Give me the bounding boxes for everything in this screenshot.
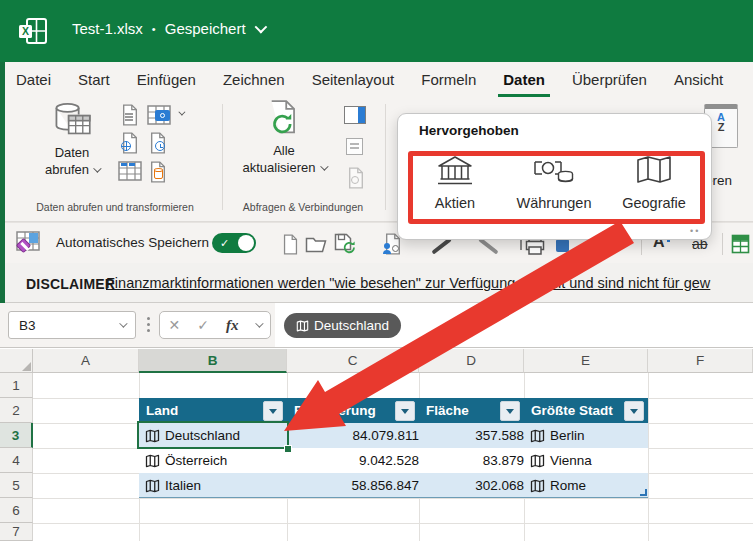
from-text-csv-button[interactable] <box>120 104 139 126</box>
formula-controls: ✕ ✓ fx <box>159 311 271 339</box>
title-chevron-down-icon[interactable] <box>254 21 267 34</box>
chip-text: Deutschland <box>314 318 389 333</box>
get-data-button[interactable]: Daten abrufen <box>30 100 114 196</box>
filter-button[interactable] <box>500 401 520 421</box>
formula-input[interactable]: Deutschland <box>275 303 753 347</box>
window-title: Test-1.xlsx • Gespeichert <box>72 20 264 37</box>
column-header-d[interactable]: D <box>419 349 524 373</box>
edit-links-button-disabled[interactable] <box>346 166 366 190</box>
cell-b5-land[interactable]: Italien <box>139 473 293 498</box>
group-label-get-transform: Daten abrufen und transformieren <box>12 201 218 213</box>
recent-sources-button[interactable] <box>148 132 168 154</box>
ribbon-tabs: Datei Start Einfügen Zeichnen Seitenlayo… <box>0 62 753 97</box>
new-file-icon[interactable] <box>281 233 299 255</box>
save-status: Gespeichert <box>165 20 246 37</box>
open-folder-icon[interactable] <box>305 236 328 253</box>
ink-replay-icon[interactable] <box>556 239 569 252</box>
sheet-view-icon[interactable] <box>731 234 750 254</box>
chevron-down-icon <box>320 162 328 170</box>
row-header-1[interactable]: 1 <box>0 373 33 398</box>
refresh-all-button[interactable]: Alle aktualisieren <box>238 100 330 196</box>
sort-z-glyph: Z <box>718 122 725 132</box>
tab-datei[interactable]: Datei <box>16 62 51 97</box>
cell-d4-flaeche[interactable]: 83.879 <box>419 448 531 473</box>
cell-c5-bevoelkerung[interactable]: 58.856.847 <box>287 473 426 498</box>
group-divider <box>385 104 386 210</box>
table-format-icon[interactable] <box>16 231 43 255</box>
tab-ueberpruefen[interactable]: Überprüfen <box>572 62 647 97</box>
cell-e5-stadt[interactable]: Rome <box>524 473 654 498</box>
from-table-range-button[interactable] <box>118 160 142 182</box>
flyout-resize-dots[interactable]: •• <box>690 226 700 236</box>
enter-icon[interactable]: ✓ <box>197 317 209 333</box>
linked-entity-chip[interactable]: Deutschland <box>284 313 401 338</box>
insert-function-icon[interactable]: fx <box>226 317 239 334</box>
select-all-corner[interactable] <box>0 349 33 373</box>
cell-c4-bevoelkerung[interactable]: 9.042.528 <box>287 448 426 473</box>
name-box[interactable]: B3 <box>8 311 136 339</box>
filter-button[interactable] <box>395 401 415 421</box>
table-header-groesste-stadt[interactable]: Größte Stadt <box>524 398 648 423</box>
column-header-a[interactable]: A <box>33 349 139 373</box>
tab-seitenlayout[interactable]: Seitenlayout <box>312 62 395 97</box>
cell-e3-stadt[interactable]: Berlin <box>524 423 654 448</box>
formula-chevron-icon[interactable] <box>256 319 264 327</box>
table-header-flaeche[interactable]: Fläche <box>419 398 524 423</box>
row-header-6[interactable]: 6 <box>0 498 33 523</box>
from-picture-button[interactable] <box>146 104 172 126</box>
properties-button-disabled[interactable] <box>346 138 363 155</box>
svg-text:X: X <box>22 25 29 37</box>
database-icon <box>52 100 92 138</box>
autosave-label: Automatisches Speichern <box>56 235 209 250</box>
fill-handle[interactable] <box>284 445 292 453</box>
cell-c3-bevoelkerung[interactable]: 84.079.811 <box>287 423 426 448</box>
toolbar-divider <box>722 233 723 255</box>
row-header-5[interactable]: 5 <box>0 473 33 498</box>
table-row: Italien 58.856.847 302.068 Rome <box>139 473 648 498</box>
gridline <box>33 523 753 524</box>
column-header-c[interactable]: C <box>287 349 419 373</box>
name-box-chevron-icon[interactable] <box>119 319 127 327</box>
table-header-land[interactable]: Land <box>139 398 287 423</box>
filter-button[interactable] <box>263 401 283 421</box>
tab-zeichnen[interactable]: Zeichnen <box>223 62 285 97</box>
cancel-icon[interactable]: ✕ <box>169 317 181 333</box>
tab-start[interactable]: Start <box>78 62 110 97</box>
group-divider <box>222 104 223 210</box>
excel-app-icon[interactable]: X <box>18 17 48 45</box>
row-header-7[interactable]: 7 <box>0 523 33 541</box>
map-icon <box>530 429 545 443</box>
row-header-2[interactable]: 2 <box>0 398 33 423</box>
row-header-3-selected[interactable]: 3 <box>0 423 33 448</box>
from-web-button[interactable] <box>120 132 140 154</box>
cell-d3-flaeche[interactable]: 357.588 <box>419 423 531 448</box>
column-header-b-selected[interactable]: B <box>139 349 287 373</box>
cell-b4-land[interactable]: Österreich <box>139 448 293 473</box>
tab-einfuegen[interactable]: Einfügen <box>137 62 196 97</box>
queries-connections-pane-button[interactable] <box>344 106 366 124</box>
table-header-bevoelkerung[interactable]: Bevölkerung <box>287 398 419 423</box>
tab-ansicht[interactable]: Ansicht <box>674 62 723 97</box>
map-icon <box>530 454 545 468</box>
refresh-all-label-2: aktualisieren <box>243 159 326 176</box>
cell-e4-stadt[interactable]: Vienna <box>524 448 654 473</box>
map-icon <box>145 454 160 468</box>
tab-daten-active[interactable]: Daten <box>503 62 545 97</box>
column-header-e[interactable]: E <box>524 349 648 373</box>
existing-connections-button[interactable] <box>148 160 168 184</box>
get-data-label-2: abrufen <box>45 161 99 178</box>
autosave-toggle[interactable]: ✓ <box>212 233 256 253</box>
table-resize-handle[interactable] <box>640 489 647 496</box>
refresh-all-label-1: Alle <box>273 142 295 159</box>
save-sync-icon[interactable] <box>334 233 356 255</box>
filter-button[interactable] <box>624 401 644 421</box>
gridline <box>33 498 753 499</box>
cell-d5-flaeche[interactable]: 302.068 <box>419 473 531 498</box>
tab-formeln[interactable]: Formeln <box>421 62 476 97</box>
annotation-rectangle <box>408 151 705 224</box>
column-header-f[interactable]: F <box>648 349 753 373</box>
disclaimer-link[interactable]: Finanzmarktinformationen werden "wie bes… <box>106 275 753 291</box>
refresh-icon <box>267 100 301 138</box>
row-header-4[interactable]: 4 <box>0 448 33 473</box>
drag-dots-icon[interactable] <box>147 317 150 332</box>
